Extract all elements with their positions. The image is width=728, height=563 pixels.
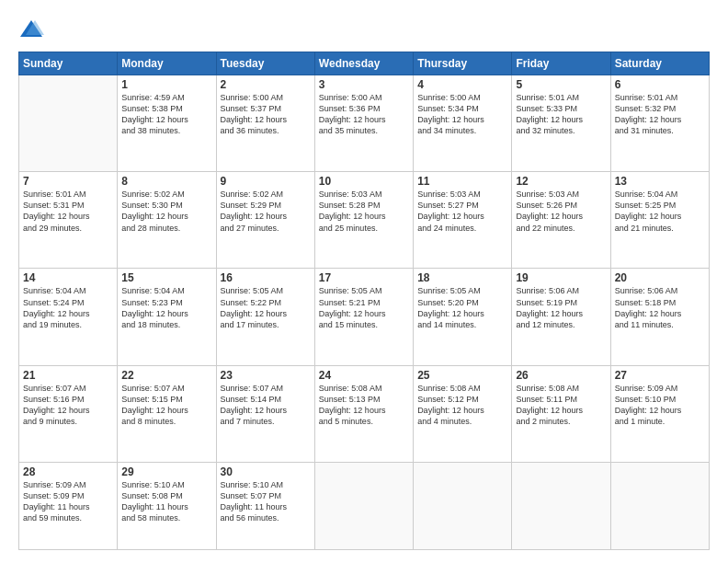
calendar-cell xyxy=(512,462,610,549)
weekday-header-monday: Monday xyxy=(118,52,216,75)
day-number: 8 xyxy=(121,175,211,188)
cell-info: Sunrise: 5:05 AMSunset: 5:22 PMDaylight:… xyxy=(221,285,311,330)
calendar-cell: 19Sunrise: 5:06 AMSunset: 5:19 PMDayligh… xyxy=(512,269,610,365)
calendar-cell: 13Sunrise: 5:04 AMSunset: 5:25 PMDayligh… xyxy=(610,172,709,269)
weekday-header-saturday: Saturday xyxy=(610,52,709,75)
cell-info: Sunrise: 5:02 AMSunset: 5:29 PMDaylight:… xyxy=(221,189,311,234)
day-number: 11 xyxy=(417,175,507,188)
calendar-cell: 25Sunrise: 5:08 AMSunset: 5:12 PMDayligh… xyxy=(414,365,512,462)
calendar-cell: 26Sunrise: 5:08 AMSunset: 5:11 PMDayligh… xyxy=(512,365,610,462)
day-number: 25 xyxy=(417,369,507,382)
calendar-cell: 29Sunrise: 5:10 AMSunset: 5:08 PMDayligh… xyxy=(118,462,216,549)
weekday-header-thursday: Thursday xyxy=(414,52,512,75)
calendar-cell: 2Sunrise: 5:00 AMSunset: 5:37 PMDaylight… xyxy=(216,75,314,172)
cell-info: Sunrise: 5:06 AMSunset: 5:18 PMDaylight:… xyxy=(615,285,705,330)
calendar-cell: 7Sunrise: 5:01 AMSunset: 5:31 PMDaylight… xyxy=(19,172,118,269)
calendar-cell: 16Sunrise: 5:05 AMSunset: 5:22 PMDayligh… xyxy=(216,269,314,365)
cell-info: Sunrise: 5:03 AMSunset: 5:27 PMDaylight:… xyxy=(417,189,507,234)
cell-info: Sunrise: 5:10 AMSunset: 5:07 PMDaylight:… xyxy=(221,479,311,524)
weekday-header-friday: Friday xyxy=(512,52,610,75)
cell-info: Sunrise: 5:07 AMSunset: 5:15 PMDaylight:… xyxy=(121,383,211,428)
day-number: 10 xyxy=(319,175,409,188)
calendar-cell: 17Sunrise: 5:05 AMSunset: 5:21 PMDayligh… xyxy=(314,269,413,365)
cell-info: Sunrise: 5:08 AMSunset: 5:11 PMDaylight:… xyxy=(516,383,606,428)
calendar-cell: 27Sunrise: 5:09 AMSunset: 5:10 PMDayligh… xyxy=(610,365,709,462)
logo xyxy=(18,17,48,42)
cell-info: Sunrise: 5:05 AMSunset: 5:21 PMDaylight:… xyxy=(319,285,409,330)
calendar-cell: 18Sunrise: 5:05 AMSunset: 5:20 PMDayligh… xyxy=(414,269,512,365)
calendar-cell: 1Sunrise: 4:59 AMSunset: 5:38 PMDaylight… xyxy=(118,75,216,172)
day-number: 3 xyxy=(319,78,409,91)
weekday-header-wednesday: Wednesday xyxy=(314,52,413,75)
day-number: 19 xyxy=(516,271,606,284)
day-number: 30 xyxy=(221,465,311,478)
cell-info: Sunrise: 5:00 AMSunset: 5:34 PMDaylight:… xyxy=(417,92,507,137)
cell-info: Sunrise: 5:06 AMSunset: 5:19 PMDaylight:… xyxy=(516,285,606,330)
day-number: 16 xyxy=(221,271,311,284)
page: SundayMondayTuesdayWednesdayThursdayFrid… xyxy=(0,0,728,563)
day-number: 9 xyxy=(221,175,311,188)
calendar-cell: 9Sunrise: 5:02 AMSunset: 5:29 PMDaylight… xyxy=(216,172,314,269)
cell-info: Sunrise: 5:05 AMSunset: 5:20 PMDaylight:… xyxy=(417,285,507,330)
cell-info: Sunrise: 5:09 AMSunset: 5:10 PMDaylight:… xyxy=(615,383,705,428)
day-number: 1 xyxy=(121,78,211,91)
calendar-cell: 12Sunrise: 5:03 AMSunset: 5:26 PMDayligh… xyxy=(512,172,610,269)
calendar-cell: 4Sunrise: 5:00 AMSunset: 5:34 PMDaylight… xyxy=(414,75,512,172)
cell-info: Sunrise: 5:02 AMSunset: 5:30 PMDaylight:… xyxy=(121,189,211,234)
calendar-cell: 10Sunrise: 5:03 AMSunset: 5:28 PMDayligh… xyxy=(314,172,413,269)
calendar-cell: 28Sunrise: 5:09 AMSunset: 5:09 PMDayligh… xyxy=(19,462,118,549)
cell-info: Sunrise: 5:08 AMSunset: 5:13 PMDaylight:… xyxy=(319,383,409,428)
cell-info: Sunrise: 5:03 AMSunset: 5:28 PMDaylight:… xyxy=(319,189,409,234)
calendar-cell xyxy=(19,75,118,172)
cell-info: Sunrise: 5:03 AMSunset: 5:26 PMDaylight:… xyxy=(516,189,606,234)
day-number: 2 xyxy=(221,78,311,91)
calendar-cell: 22Sunrise: 5:07 AMSunset: 5:15 PMDayligh… xyxy=(118,365,216,462)
calendar-cell: 21Sunrise: 5:07 AMSunset: 5:16 PMDayligh… xyxy=(19,365,118,462)
cell-info: Sunrise: 5:00 AMSunset: 5:37 PMDaylight:… xyxy=(221,92,311,137)
weekday-header-row: SundayMondayTuesdayWednesdayThursdayFrid… xyxy=(19,52,710,75)
day-number: 24 xyxy=(319,369,409,382)
calendar-cell: 24Sunrise: 5:08 AMSunset: 5:13 PMDayligh… xyxy=(314,365,413,462)
day-number: 7 xyxy=(23,175,113,188)
day-number: 14 xyxy=(23,271,113,284)
day-number: 28 xyxy=(23,465,113,478)
cell-info: Sunrise: 5:01 AMSunset: 5:33 PMDaylight:… xyxy=(516,92,606,137)
day-number: 29 xyxy=(121,465,211,478)
calendar-cell: 30Sunrise: 5:10 AMSunset: 5:07 PMDayligh… xyxy=(216,462,314,549)
calendar-cell: 11Sunrise: 5:03 AMSunset: 5:27 PMDayligh… xyxy=(414,172,512,269)
calendar-cell xyxy=(314,462,413,549)
cell-info: Sunrise: 5:07 AMSunset: 5:16 PMDaylight:… xyxy=(23,383,113,428)
cell-info: Sunrise: 5:04 AMSunset: 5:25 PMDaylight:… xyxy=(615,189,705,234)
calendar-week-row: 14Sunrise: 5:04 AMSunset: 5:24 PMDayligh… xyxy=(19,269,710,365)
cell-info: Sunrise: 5:01 AMSunset: 5:31 PMDaylight:… xyxy=(23,189,113,234)
calendar-week-row: 1Sunrise: 4:59 AMSunset: 5:38 PMDaylight… xyxy=(19,75,710,172)
day-number: 15 xyxy=(121,271,211,284)
cell-info: Sunrise: 5:08 AMSunset: 5:12 PMDaylight:… xyxy=(417,383,507,428)
cell-info: Sunrise: 5:07 AMSunset: 5:14 PMDaylight:… xyxy=(221,383,311,428)
weekday-header-tuesday: Tuesday xyxy=(216,52,314,75)
logo-icon xyxy=(18,17,44,42)
cell-info: Sunrise: 4:59 AMSunset: 5:38 PMDaylight:… xyxy=(121,92,211,137)
calendar-week-row: 7Sunrise: 5:01 AMSunset: 5:31 PMDaylight… xyxy=(19,172,710,269)
calendar-cell: 6Sunrise: 5:01 AMSunset: 5:32 PMDaylight… xyxy=(610,75,709,172)
calendar-table: SundayMondayTuesdayWednesdayThursdayFrid… xyxy=(18,52,710,550)
calendar-cell: 14Sunrise: 5:04 AMSunset: 5:24 PMDayligh… xyxy=(19,269,118,365)
calendar-cell xyxy=(414,462,512,549)
calendar-cell: 8Sunrise: 5:02 AMSunset: 5:30 PMDaylight… xyxy=(118,172,216,269)
day-number: 5 xyxy=(516,78,606,91)
calendar-cell xyxy=(610,462,709,549)
day-number: 26 xyxy=(516,369,606,382)
cell-info: Sunrise: 5:04 AMSunset: 5:24 PMDaylight:… xyxy=(23,285,113,330)
day-number: 17 xyxy=(319,271,409,284)
day-number: 23 xyxy=(221,369,311,382)
calendar-week-row: 21Sunrise: 5:07 AMSunset: 5:16 PMDayligh… xyxy=(19,365,710,462)
header xyxy=(18,17,710,42)
cell-info: Sunrise: 5:01 AMSunset: 5:32 PMDaylight:… xyxy=(615,92,705,137)
day-number: 27 xyxy=(615,369,705,382)
day-number: 4 xyxy=(417,78,507,91)
day-number: 6 xyxy=(615,78,705,91)
day-number: 20 xyxy=(615,271,705,284)
day-number: 21 xyxy=(23,369,113,382)
day-number: 12 xyxy=(516,175,606,188)
weekday-header-sunday: Sunday xyxy=(19,52,118,75)
